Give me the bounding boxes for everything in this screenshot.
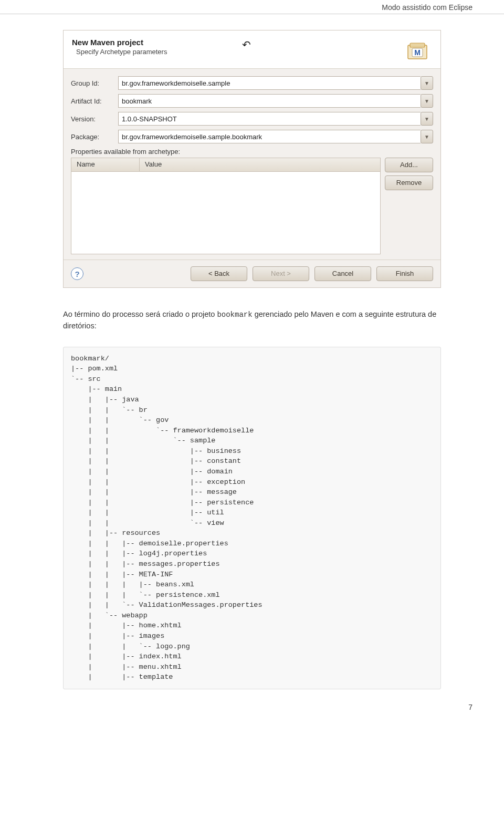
wizard-dialog: New Maven project Specify Archetype para… (63, 30, 441, 288)
dialog-title: New Maven project (72, 38, 167, 47)
para-pre: Ao término do processo será criado o pro… (63, 310, 217, 318)
dialog-subtitle: Specify Archetype parameters (76, 48, 167, 56)
package-label: Package: (71, 133, 118, 141)
group-id-input[interactable] (118, 76, 421, 90)
section-title: Modo assistido com Eclipse (0, 0, 504, 14)
paragraph: Ao término do processo será criado o pro… (63, 309, 441, 332)
group-id-label: Group Id: (71, 79, 118, 87)
version-input[interactable] (118, 112, 421, 126)
directory-tree: bookmark/ |-- pom.xml `-- src |-- main |… (63, 347, 441, 689)
remove-button[interactable]: Remove (385, 175, 433, 190)
col-value: Value (140, 158, 380, 171)
group-id-dropdown[interactable]: ▼ (421, 76, 433, 90)
version-dropdown[interactable]: ▼ (421, 112, 433, 126)
artifact-id-label: Artifact Id: (71, 97, 118, 105)
version-label: Version: (71, 115, 118, 123)
help-icon[interactable]: ? (71, 267, 83, 280)
finish-button[interactable]: Finish (376, 266, 433, 281)
dialog-header: New Maven project Specify Archetype para… (64, 30, 440, 69)
para-code: bookmark (217, 311, 252, 319)
artifact-id-dropdown[interactable]: ▼ (421, 94, 433, 108)
add-button[interactable]: Add... (385, 158, 433, 172)
next-button: Next > (253, 266, 309, 281)
properties-table[interactable]: Name Value (71, 158, 381, 254)
cursor-icon: ↶ (242, 38, 251, 51)
package-input[interactable] (118, 130, 421, 143)
properties-heading: Properties available from archetype: (71, 148, 433, 156)
col-name: Name (71, 158, 140, 171)
svg-rect-1 (410, 43, 425, 47)
back-button[interactable]: < Back (191, 266, 247, 281)
artifact-id-input[interactable] (118, 94, 421, 108)
package-dropdown[interactable]: ▼ (421, 130, 433, 143)
page-number: 7 (0, 689, 504, 717)
maven-icon: M (403, 38, 432, 63)
cancel-button[interactable]: Cancel (314, 266, 371, 281)
svg-text:M: M (414, 48, 421, 57)
